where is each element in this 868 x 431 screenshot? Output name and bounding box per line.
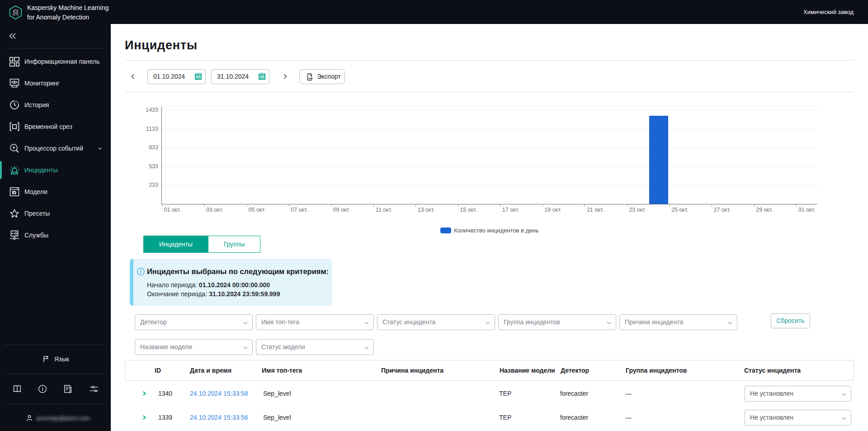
svg-text:MLAD: MLAD (12, 13, 19, 16)
